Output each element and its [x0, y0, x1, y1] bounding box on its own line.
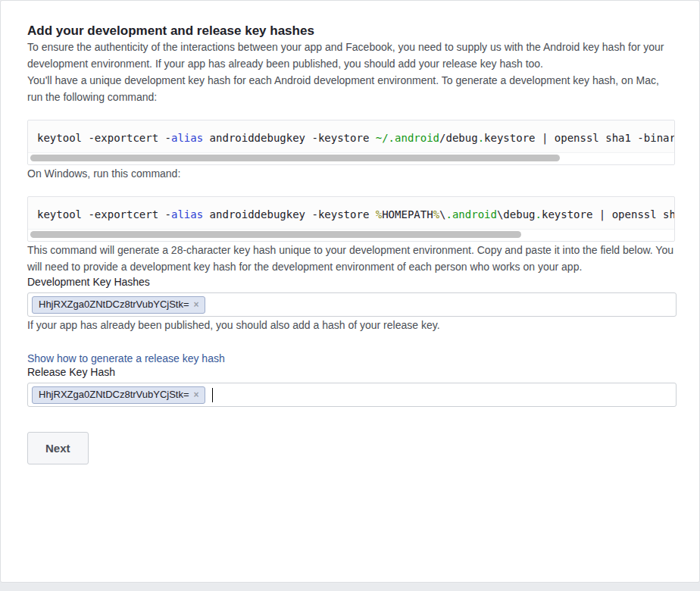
- development-key-hash-token-text: HhjRXZga0ZNtDCz8trVubYCjStk=: [39, 299, 189, 311]
- release-key-hash-token: HhjRXZga0ZNtDCz8trVubYCjStk= ×: [32, 386, 205, 404]
- windows-command-text: keytool -exportcert -alias androiddebugk…: [28, 197, 674, 229]
- published-note-paragraph: If your app has already been published, …: [27, 317, 675, 333]
- next-button[interactable]: Next: [27, 432, 89, 464]
- windows-instruction: On Windows, run this command:: [27, 165, 675, 182]
- windows-command-scrollbar-track[interactable]: [28, 229, 674, 241]
- development-key-hashes-label: Development Key Hashes: [27, 275, 675, 289]
- key-hashes-section: Add your development and release key has…: [1, 1, 700, 464]
- remove-token-icon[interactable]: ×: [194, 390, 199, 399]
- development-key-hash-token: HhjRXZga0ZNtDCz8trVubYCjStk= ×: [32, 296, 205, 314]
- mac-command-code-block: keytool -exportcert -alias androiddebugk…: [27, 120, 675, 165]
- intro-paragraph: To ensure the authenticity of the intera…: [27, 39, 675, 72]
- mac-command-text: keytool -exportcert -alias androiddebugk…: [28, 120, 674, 152]
- windows-command-code-block: keytool -exportcert -alias androiddebugk…: [27, 196, 675, 242]
- command-note-paragraph: This command will generate a 28-characte…: [27, 242, 675, 275]
- show-release-key-hash-link[interactable]: Show how to generate a release key hash: [27, 352, 225, 365]
- page-title: Add your development and release key has…: [27, 23, 675, 39]
- dev-hash-info-paragraph: You'll have a unique development key has…: [27, 72, 675, 105]
- mac-command-scrollbar-thumb[interactable]: [30, 155, 560, 161]
- development-key-hashes-input[interactable]: HhjRXZga0ZNtDCz8trVubYCjStk= ×: [27, 292, 677, 317]
- mac-command-scrollbar-track[interactable]: [28, 152, 674, 164]
- remove-token-icon[interactable]: ×: [194, 300, 199, 309]
- release-key-hash-label: Release Key Hash: [27, 365, 675, 379]
- text-cursor: [212, 388, 213, 402]
- release-key-hash-token-text: HhjRXZga0ZNtDCz8trVubYCjStk=: [39, 389, 189, 401]
- setup-card: Add your development and release key has…: [0, 0, 700, 583]
- windows-command-scrollbar-thumb[interactable]: [30, 231, 521, 238]
- release-key-hash-input[interactable]: HhjRXZga0ZNtDCz8trVubYCjStk= ×: [27, 383, 677, 407]
